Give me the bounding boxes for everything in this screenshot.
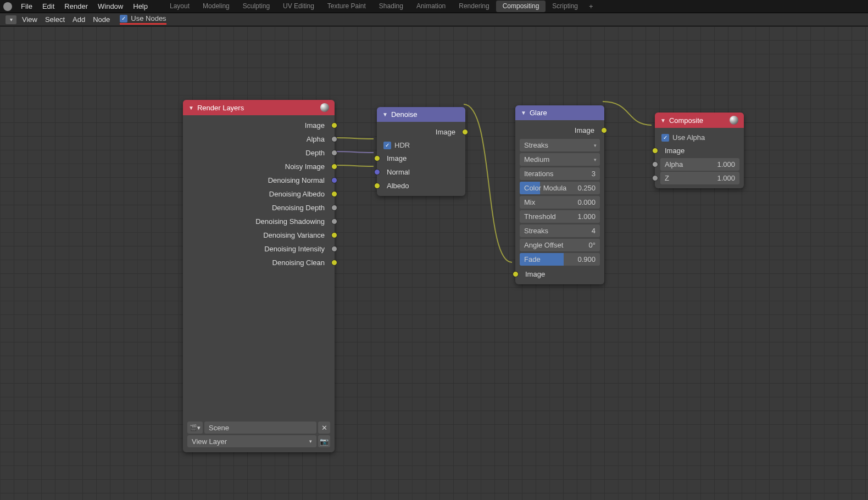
node-title: Render Layers — [197, 104, 317, 112]
socket-depth-out[interactable] — [331, 150, 337, 156]
node-glare[interactable]: ▼ Glare Image Streaks▾ Medium▾ Iteration… — [515, 105, 604, 284]
output-label: Denoising Depth — [272, 204, 325, 212]
scene-name-field[interactable]: Scene — [204, 422, 316, 434]
tab-rendering[interactable]: Rendering — [452, 1, 496, 12]
node-header[interactable]: ▼ Composite — [655, 113, 744, 128]
socket-denoising-normal-out[interactable] — [331, 177, 337, 183]
menu-edit[interactable]: Edit — [38, 1, 59, 12]
socket-image-in[interactable] — [513, 271, 519, 277]
node-editor-canvas[interactable]: ▼ Render Layers Image Alpha Depth Noisy … — [0, 26, 868, 500]
output-label: Denoising Normal — [268, 176, 325, 184]
socket-normal-in[interactable] — [374, 169, 380, 175]
checkbox-icon — [383, 142, 391, 149]
tab-uv-editing[interactable]: UV Editing — [276, 1, 321, 12]
color-modula-slider[interactable]: Color Modula0.250 — [520, 182, 600, 194]
socket-image-in[interactable] — [374, 155, 380, 161]
preview-icon[interactable] — [320, 103, 329, 112]
socket-denoising-clean-out[interactable] — [331, 260, 337, 266]
alpha-field[interactable]: Alpha1.000 — [660, 158, 739, 171]
chevron-down-icon: ▾ — [594, 157, 597, 162]
submenu-select[interactable]: Select — [45, 15, 65, 24]
output-label: Denoising Intensity — [264, 245, 325, 253]
submenu-add[interactable]: Add — [73, 15, 85, 24]
node-body: Image Alpha Depth Noisy Image Denoising … — [183, 115, 335, 273]
iterations-field[interactable]: Iterations3 — [520, 167, 600, 180]
node-title: Composite — [669, 116, 726, 125]
socket-image-out[interactable] — [331, 122, 337, 128]
menu-file[interactable]: File — [16, 1, 37, 12]
node-title: Denoise — [391, 110, 460, 119]
workspace-tabs: Layout Modeling Sculpting UV Editing Tex… — [163, 1, 598, 12]
glare-quality-select[interactable]: Medium▾ — [520, 153, 600, 166]
collapse-icon: ▼ — [188, 105, 194, 111]
blender-logo-icon — [3, 2, 12, 11]
node-header[interactable]: ▼ Denoise — [377, 107, 465, 122]
angle-offset-field[interactable]: Angle Offset0° — [520, 239, 600, 251]
submenu-node[interactable]: Node — [93, 15, 110, 24]
use-nodes-label: Use Nodes — [131, 14, 166, 23]
input-label: Image — [665, 147, 685, 155]
editor-header: ▾ View Select Add Node Use Nodes — [0, 13, 868, 26]
output-label: Denoising Shadowing — [255, 217, 325, 226]
output-label: Denoising Variance — [263, 231, 325, 239]
tab-sculpting[interactable]: Sculpting — [236, 1, 276, 12]
output-label: Alpha — [307, 135, 325, 143]
tab-layout[interactable]: Layout — [163, 1, 196, 12]
editor-menu: View Select Add Node — [22, 15, 110, 24]
input-label: Albedo — [387, 182, 409, 190]
node-render-layers[interactable]: ▼ Render Layers Image Alpha Depth Noisy … — [183, 100, 335, 452]
menu-help[interactable]: Help — [129, 1, 152, 12]
output-label: Image — [575, 126, 594, 134]
mix-field[interactable]: Mix0.000 — [520, 196, 600, 209]
scene-browse-button[interactable]: 🎬▾ — [187, 422, 203, 434]
use-nodes-toggle[interactable]: Use Nodes — [120, 14, 166, 25]
socket-image-out[interactable] — [462, 129, 468, 135]
socket-denoising-depth-out[interactable] — [331, 205, 337, 211]
output-label: Depth — [305, 149, 325, 157]
threshold-field[interactable]: Threshold1.000 — [520, 210, 600, 223]
view-layer-select[interactable]: View Layer▾ — [187, 435, 316, 447]
input-label: Image — [525, 270, 545, 278]
node-composite[interactable]: ▼ Composite Use Alpha Image Alpha1.000 Z… — [655, 113, 744, 188]
streaks-field[interactable]: Streaks4 — [520, 224, 600, 237]
socket-image-in[interactable] — [652, 148, 658, 154]
glare-type-select[interactable]: Streaks▾ — [520, 139, 600, 151]
hdr-toggle[interactable]: HDR — [377, 139, 465, 151]
preview-icon[interactable] — [730, 116, 738, 125]
scene-clear-button[interactable]: ✕ — [318, 422, 330, 434]
node-header[interactable]: ▼ Render Layers — [183, 100, 335, 115]
menu-window[interactable]: Window — [93, 1, 127, 12]
add-workspace-button[interactable]: + — [585, 1, 598, 12]
socket-z-in[interactable] — [652, 175, 658, 181]
socket-denoising-albedo-out[interactable] — [331, 191, 337, 197]
collapse-icon: ▼ — [521, 110, 526, 116]
socket-noisy-image-out[interactable] — [331, 164, 337, 170]
use-alpha-toggle[interactable]: Use Alpha — [655, 131, 744, 144]
menu-render[interactable]: Render — [60, 1, 92, 12]
checkbox-icon — [661, 134, 669, 142]
tab-animation[interactable]: Animation — [410, 1, 452, 12]
socket-denoising-variance-out[interactable] — [331, 232, 337, 238]
tab-texture-paint[interactable]: Texture Paint — [321, 1, 372, 12]
node-header[interactable]: ▼ Glare — [515, 105, 604, 120]
socket-alpha-in[interactable] — [652, 161, 658, 167]
input-label: Image — [387, 154, 407, 162]
collapse-icon: ▼ — [660, 117, 666, 123]
socket-albedo-in[interactable] — [374, 183, 380, 189]
tab-compositing[interactable]: Compositing — [496, 1, 546, 12]
fade-slider[interactable]: Fade0.900 — [520, 253, 600, 266]
socket-alpha-out[interactable] — [331, 136, 337, 142]
render-single-button[interactable]: 📷 — [318, 435, 330, 447]
main-menu: File Edit Render Window Help — [16, 1, 152, 12]
tab-modeling[interactable]: Modeling — [196, 1, 236, 12]
node-denoise[interactable]: ▼ Denoise Image HDR Image Normal Albedo — [377, 107, 465, 196]
tab-shading[interactable]: Shading — [372, 1, 410, 12]
socket-denoising-intensity-out[interactable] — [331, 246, 337, 252]
socket-denoising-shadowing-out[interactable] — [331, 218, 337, 224]
socket-image-out[interactable] — [601, 127, 607, 133]
z-field[interactable]: Z1.000 — [660, 172, 739, 184]
editor-type-selector[interactable]: ▾ — [5, 15, 16, 24]
checkbox-icon — [120, 15, 127, 23]
submenu-view[interactable]: View — [22, 15, 37, 24]
tab-scripting[interactable]: Scripting — [546, 1, 585, 12]
